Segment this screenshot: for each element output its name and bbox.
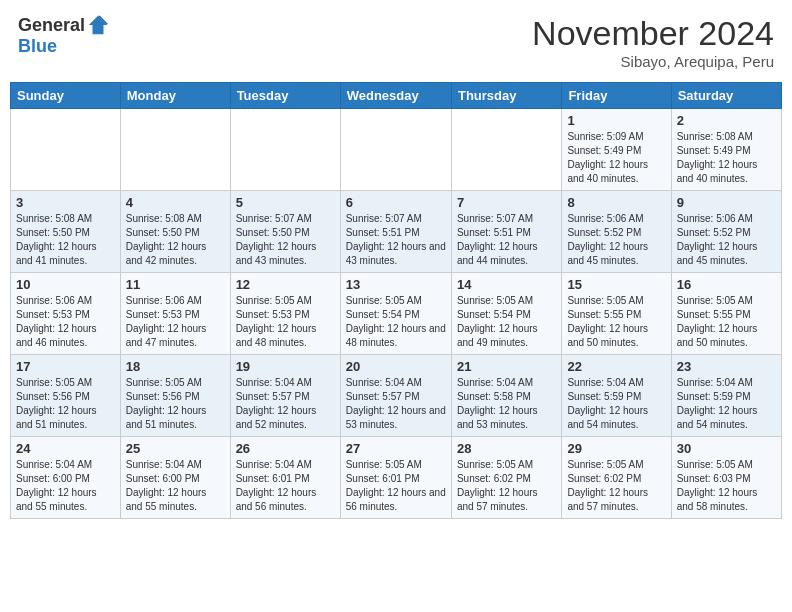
day-number: 9 (677, 195, 776, 210)
day-number: 22 (567, 359, 665, 374)
calendar-cell: 12Sunrise: 5:05 AM Sunset: 5:53 PM Dayli… (230, 273, 340, 355)
calendar-cell: 23Sunrise: 5:04 AM Sunset: 5:59 PM Dayli… (671, 355, 781, 437)
day-info: Sunrise: 5:06 AM Sunset: 5:53 PM Dayligh… (16, 294, 115, 350)
location: Sibayo, Arequipa, Peru (532, 53, 774, 70)
day-info: Sunrise: 5:04 AM Sunset: 6:00 PM Dayligh… (126, 458, 225, 514)
day-info: Sunrise: 5:07 AM Sunset: 5:50 PM Dayligh… (236, 212, 335, 268)
calendar-week-row: 1Sunrise: 5:09 AM Sunset: 5:49 PM Daylig… (11, 109, 782, 191)
day-info: Sunrise: 5:06 AM Sunset: 5:52 PM Dayligh… (677, 212, 776, 268)
calendar-cell: 13Sunrise: 5:05 AM Sunset: 5:54 PM Dayli… (340, 273, 451, 355)
day-info: Sunrise: 5:05 AM Sunset: 5:54 PM Dayligh… (346, 294, 446, 350)
day-number: 12 (236, 277, 335, 292)
day-number: 13 (346, 277, 446, 292)
day-number: 21 (457, 359, 556, 374)
calendar-cell: 8Sunrise: 5:06 AM Sunset: 5:52 PM Daylig… (562, 191, 671, 273)
calendar-cell: 30Sunrise: 5:05 AM Sunset: 6:03 PM Dayli… (671, 437, 781, 519)
calendar-cell: 5Sunrise: 5:07 AM Sunset: 5:50 PM Daylig… (230, 191, 340, 273)
day-number: 27 (346, 441, 446, 456)
day-number: 25 (126, 441, 225, 456)
day-number: 18 (126, 359, 225, 374)
day-number: 7 (457, 195, 556, 210)
calendar-week-row: 3Sunrise: 5:08 AM Sunset: 5:50 PM Daylig… (11, 191, 782, 273)
day-number: 2 (677, 113, 776, 128)
day-info: Sunrise: 5:08 AM Sunset: 5:50 PM Dayligh… (126, 212, 225, 268)
day-info: Sunrise: 5:05 AM Sunset: 5:56 PM Dayligh… (16, 376, 115, 432)
day-number: 8 (567, 195, 665, 210)
calendar-cell: 3Sunrise: 5:08 AM Sunset: 5:50 PM Daylig… (11, 191, 121, 273)
day-number: 23 (677, 359, 776, 374)
calendar-cell (340, 109, 451, 191)
page-header: General Blue November 2024 Sibayo, Arequ… (10, 10, 782, 74)
calendar-cell: 10Sunrise: 5:06 AM Sunset: 5:53 PM Dayli… (11, 273, 121, 355)
day-number: 17 (16, 359, 115, 374)
weekday-header-wednesday: Wednesday (340, 83, 451, 109)
logo-general-text: General (18, 15, 85, 36)
day-number: 20 (346, 359, 446, 374)
day-info: Sunrise: 5:05 AM Sunset: 5:54 PM Dayligh… (457, 294, 556, 350)
day-number: 16 (677, 277, 776, 292)
day-info: Sunrise: 5:05 AM Sunset: 5:56 PM Dayligh… (126, 376, 225, 432)
day-number: 30 (677, 441, 776, 456)
day-info: Sunrise: 5:05 AM Sunset: 5:55 PM Dayligh… (567, 294, 665, 350)
calendar-cell (120, 109, 230, 191)
calendar-cell: 2Sunrise: 5:08 AM Sunset: 5:49 PM Daylig… (671, 109, 781, 191)
day-info: Sunrise: 5:09 AM Sunset: 5:49 PM Dayligh… (567, 130, 665, 186)
day-info: Sunrise: 5:06 AM Sunset: 5:52 PM Dayligh… (567, 212, 665, 268)
calendar-table: SundayMondayTuesdayWednesdayThursdayFrid… (10, 82, 782, 519)
calendar-cell: 1Sunrise: 5:09 AM Sunset: 5:49 PM Daylig… (562, 109, 671, 191)
day-info: Sunrise: 5:04 AM Sunset: 6:01 PM Dayligh… (236, 458, 335, 514)
weekday-header-monday: Monday (120, 83, 230, 109)
day-info: Sunrise: 5:08 AM Sunset: 5:49 PM Dayligh… (677, 130, 776, 186)
calendar-week-row: 10Sunrise: 5:06 AM Sunset: 5:53 PM Dayli… (11, 273, 782, 355)
calendar-cell: 28Sunrise: 5:05 AM Sunset: 6:02 PM Dayli… (451, 437, 561, 519)
day-number: 28 (457, 441, 556, 456)
day-info: Sunrise: 5:05 AM Sunset: 5:55 PM Dayligh… (677, 294, 776, 350)
day-number: 5 (236, 195, 335, 210)
calendar-cell: 24Sunrise: 5:04 AM Sunset: 6:00 PM Dayli… (11, 437, 121, 519)
calendar-week-row: 17Sunrise: 5:05 AM Sunset: 5:56 PM Dayli… (11, 355, 782, 437)
day-number: 6 (346, 195, 446, 210)
calendar-cell: 14Sunrise: 5:05 AM Sunset: 5:54 PM Dayli… (451, 273, 561, 355)
logo-blue-text: Blue (18, 36, 57, 57)
day-info: Sunrise: 5:04 AM Sunset: 5:59 PM Dayligh… (567, 376, 665, 432)
day-info: Sunrise: 5:04 AM Sunset: 5:59 PM Dayligh… (677, 376, 776, 432)
weekday-header-sunday: Sunday (11, 83, 121, 109)
day-number: 3 (16, 195, 115, 210)
day-number: 11 (126, 277, 225, 292)
day-info: Sunrise: 5:05 AM Sunset: 5:53 PM Dayligh… (236, 294, 335, 350)
day-number: 14 (457, 277, 556, 292)
calendar-week-row: 24Sunrise: 5:04 AM Sunset: 6:00 PM Dayli… (11, 437, 782, 519)
calendar-cell (230, 109, 340, 191)
calendar-cell: 17Sunrise: 5:05 AM Sunset: 5:56 PM Dayli… (11, 355, 121, 437)
weekday-header-friday: Friday (562, 83, 671, 109)
calendar-cell: 6Sunrise: 5:07 AM Sunset: 5:51 PM Daylig… (340, 191, 451, 273)
day-info: Sunrise: 5:07 AM Sunset: 5:51 PM Dayligh… (346, 212, 446, 268)
day-number: 19 (236, 359, 335, 374)
calendar-cell: 18Sunrise: 5:05 AM Sunset: 5:56 PM Dayli… (120, 355, 230, 437)
day-info: Sunrise: 5:06 AM Sunset: 5:53 PM Dayligh… (126, 294, 225, 350)
day-info: Sunrise: 5:04 AM Sunset: 5:57 PM Dayligh… (236, 376, 335, 432)
day-info: Sunrise: 5:04 AM Sunset: 6:00 PM Dayligh… (16, 458, 115, 514)
calendar-cell: 25Sunrise: 5:04 AM Sunset: 6:00 PM Dayli… (120, 437, 230, 519)
weekday-header-row: SundayMondayTuesdayWednesdayThursdayFrid… (11, 83, 782, 109)
calendar-cell: 9Sunrise: 5:06 AM Sunset: 5:52 PM Daylig… (671, 191, 781, 273)
calendar-cell: 22Sunrise: 5:04 AM Sunset: 5:59 PM Dayli… (562, 355, 671, 437)
calendar-cell: 4Sunrise: 5:08 AM Sunset: 5:50 PM Daylig… (120, 191, 230, 273)
logo-icon (87, 14, 109, 36)
calendar-cell: 16Sunrise: 5:05 AM Sunset: 5:55 PM Dayli… (671, 273, 781, 355)
day-info: Sunrise: 5:04 AM Sunset: 5:58 PM Dayligh… (457, 376, 556, 432)
weekday-header-thursday: Thursday (451, 83, 561, 109)
calendar-cell: 26Sunrise: 5:04 AM Sunset: 6:01 PM Dayli… (230, 437, 340, 519)
title-block: November 2024 Sibayo, Arequipa, Peru (532, 14, 774, 70)
calendar-cell: 21Sunrise: 5:04 AM Sunset: 5:58 PM Dayli… (451, 355, 561, 437)
calendar-cell: 29Sunrise: 5:05 AM Sunset: 6:02 PM Dayli… (562, 437, 671, 519)
calendar-cell: 19Sunrise: 5:04 AM Sunset: 5:57 PM Dayli… (230, 355, 340, 437)
month-title: November 2024 (532, 14, 774, 53)
calendar-cell: 15Sunrise: 5:05 AM Sunset: 5:55 PM Dayli… (562, 273, 671, 355)
day-info: Sunrise: 5:05 AM Sunset: 6:01 PM Dayligh… (346, 458, 446, 514)
day-info: Sunrise: 5:07 AM Sunset: 5:51 PM Dayligh… (457, 212, 556, 268)
day-info: Sunrise: 5:05 AM Sunset: 6:02 PM Dayligh… (457, 458, 556, 514)
day-info: Sunrise: 5:05 AM Sunset: 6:02 PM Dayligh… (567, 458, 665, 514)
day-number: 4 (126, 195, 225, 210)
weekday-header-saturday: Saturday (671, 83, 781, 109)
